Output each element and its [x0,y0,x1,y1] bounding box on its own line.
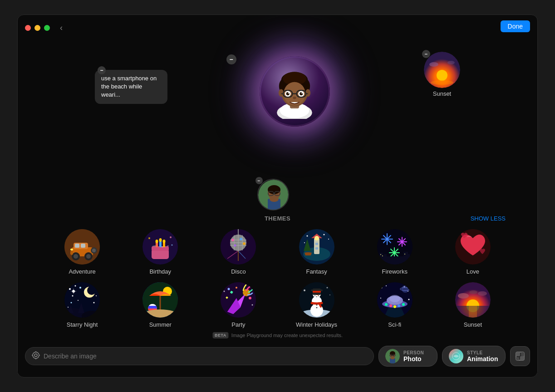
close-button[interactable] [25,25,31,31]
remove-bottom-avatar-button[interactable]: − [255,177,263,184]
svg-rect-46 [70,251,73,255]
theme-birthday[interactable]: Birthday [123,229,197,275]
theme-disco-label: Disco [231,268,246,275]
svg-rect-82 [315,243,318,245]
svg-point-135 [96,295,97,296]
svg-point-27 [447,61,455,64]
svg-point-175 [304,289,305,291]
svg-point-127 [75,285,76,287]
describe-image-input-wrap[interactable] [25,347,374,365]
theme-winter-holidays[interactable]: Winter Holidays [280,282,354,328]
describe-icon [32,351,40,361]
svg-point-183 [389,304,392,307]
theme-summer[interactable]: Summer [123,282,197,328]
maximize-button[interactable] [44,25,50,31]
remove-main-avatar-button[interactable]: − [226,54,236,64]
svg-point-69 [231,239,234,241]
theme-party-label: Party [231,321,245,328]
remove-sunset-button[interactable]: − [422,50,430,58]
sunset-theme-preview[interactable]: − [424,52,460,97]
done-button[interactable]: Done [501,20,530,32]
person-button[interactable]: PERSON Photo [378,346,437,367]
main-window: ‹ Done − use a smartphone on the beach w… [17,15,538,377]
svg-point-42 [74,254,78,259]
theme-party[interactable]: Party [201,282,275,328]
person-value: Photo [403,355,424,363]
remove-prompt-button[interactable]: − [98,66,106,74]
svg-point-188 [386,285,387,286]
svg-point-187 [381,287,382,289]
person-thumbnail [385,349,400,363]
style-button[interactable]: STYLE Animation [442,346,506,367]
svg-point-181 [389,295,400,302]
back-button[interactable]: ‹ [57,22,65,34]
svg-rect-45 [70,249,73,250]
theme-disco[interactable]: Disco [201,229,275,275]
svg-point-156 [236,287,237,289]
svg-point-177 [329,294,330,295]
theme-love[interactable]: Love [436,229,510,275]
svg-rect-116 [384,254,387,265]
gallery-icon [515,351,525,361]
theme-fantasy-label: Fantasy [306,268,327,275]
svg-point-169 [318,295,319,296]
svg-rect-198 [469,306,477,318]
svg-point-126 [69,288,71,290]
theme-sunset-grid-icon [455,282,491,318]
svg-rect-220 [516,357,519,360]
minimize-button[interactable] [34,25,40,31]
theme-party-icon [221,282,256,318]
bottom-avatar-image [257,179,289,211]
theme-adventure-icon [64,229,100,265]
describe-image-input[interactable] [44,353,367,360]
svg-point-81 [314,236,319,240]
svg-rect-79 [314,238,319,254]
person-info: PERSON Photo [403,350,424,363]
gallery-button[interactable] [510,346,530,366]
svg-point-58 [148,237,150,239]
svg-point-158 [252,304,253,306]
main-avatar[interactable] [260,56,330,127]
svg-rect-219 [521,352,524,356]
theme-fireworks[interactable]: Fireworks [358,229,432,275]
beta-badge: BETA [212,332,229,338]
theme-scifi[interactable]: Sci-fi [358,282,432,328]
svg-point-70 [240,238,242,240]
themes-grid: Adventure [45,229,510,328]
svg-point-132 [68,307,69,308]
prompt-bubble[interactable]: − use a smartphone on the beach while we… [95,70,167,104]
theme-summer-label: Summer [149,321,172,328]
theme-adventure-label: Adventure [69,268,95,275]
svg-point-174 [316,307,317,309]
svg-rect-120 [382,255,383,256]
svg-point-86 [323,234,324,235]
svg-point-176 [326,287,328,289]
svg-point-22 [293,97,296,99]
svg-point-185 [398,304,400,307]
svg-point-134 [93,302,95,304]
theme-starry-night[interactable]: Starry Night [45,282,119,328]
svg-point-71 [243,242,246,245]
style-value: Animation [467,355,498,363]
svg-point-125 [87,286,96,295]
svg-point-192 [380,298,381,299]
svg-point-85 [306,235,308,237]
theme-birthday-icon [142,229,178,265]
theme-love-icon [455,229,491,265]
svg-point-202 [33,352,39,358]
preview-area: − use a smartphone on the beach while we… [18,43,537,215]
theme-winter-label: Winter Holidays [296,321,337,328]
theme-fantasy[interactable]: Fantasy [280,229,354,275]
theme-scifi-icon [377,282,413,318]
theme-adventure[interactable]: Adventure [45,229,119,275]
theme-sunset-grid[interactable]: Sunset [436,282,510,328]
svg-rect-118 [407,254,410,265]
svg-point-87 [328,239,329,240]
bottom-avatar[interactable]: − [257,179,289,211]
svg-point-167 [314,295,315,296]
show-less-button[interactable]: SHOW LESS [471,215,506,222]
svg-point-59 [170,236,172,238]
theme-fantasy-icon [299,229,334,265]
theme-birthday-label: Birthday [149,268,171,275]
svg-point-55 [156,240,158,243]
